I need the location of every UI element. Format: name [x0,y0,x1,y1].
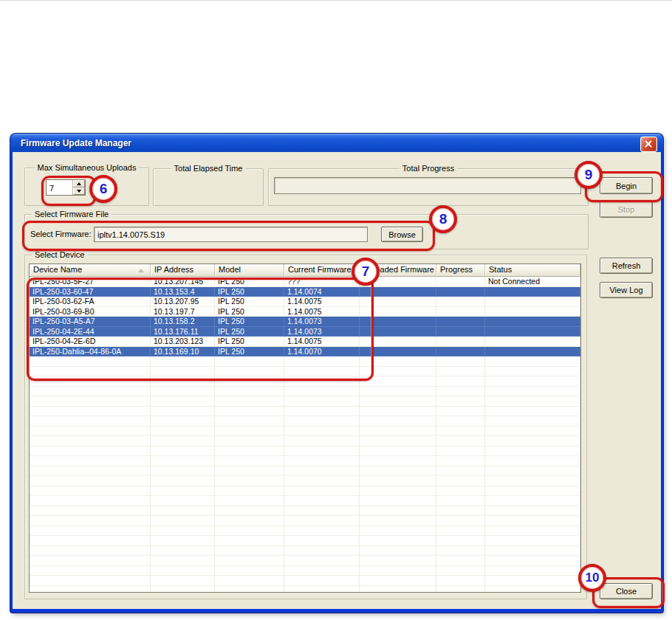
table-cell [284,516,360,526]
table-cell [30,496,151,506]
table-cell [436,307,485,317]
table-cell [485,586,580,593]
refresh-button[interactable]: Refresh [600,258,653,274]
table-row [30,407,580,417]
spinner-down-button[interactable] [73,187,85,195]
table-cell [485,287,580,297]
table-cell [485,356,580,367]
table-cell [151,436,215,447]
table-cell [360,317,436,327]
table-cell [215,486,284,497]
table-cell: IPL 250 [215,337,284,347]
title-bar[interactable]: Firmware Update Manager [10,134,663,153]
table-cell [284,546,360,557]
browse-button[interactable]: Browse [381,227,423,242]
device-table-header: Device NameIP AddressModelCurrent Firmwa… [30,264,580,277]
column-header[interactable]: Current Firmware [284,264,360,277]
table-cell [360,307,436,317]
table-cell [485,416,580,427]
select-firmware-group-label: Select Firmware File [32,210,112,218]
table-row [30,546,580,557]
table-cell [215,407,284,417]
table-cell [30,506,151,517]
table-cell [151,356,215,367]
callout-10: 10 [578,564,606,592]
table-row[interactable]: IPL-250-03-69-B010.13.197.7IPL 2501.14.0… [30,307,580,317]
table-cell [485,466,580,477]
table-cell [436,556,485,566]
window-title: Firmware Update Manager [10,138,131,148]
table-cell [215,396,284,407]
table-row[interactable]: IPL-250-04-2E-4410.13.176.11IPL 2501.14.… [30,327,580,337]
table-cell: IPL 250 [215,307,284,317]
table-row [30,576,580,586]
table-cell [151,376,215,387]
column-header[interactable]: Model [215,264,284,277]
table-cell [436,416,485,427]
stop-button: Stop [600,201,653,218]
table-cell [485,436,580,447]
table-cell [360,327,436,337]
table-cell [436,297,485,307]
table-row[interactable]: IPL-250-04-2E-6D10.13.203.123IPL 2501.14… [30,337,580,347]
table-cell [360,456,436,466]
table-cell [485,526,580,537]
column-header[interactable]: IP Address [151,264,215,277]
table-cell [360,586,436,593]
table-cell [360,347,436,357]
begin-button[interactable]: Begin [600,177,653,194]
table-row [30,536,580,546]
table-row [30,506,580,517]
close-dialog-button[interactable]: Close [600,583,653,599]
spinner-up-button[interactable] [73,180,85,187]
table-cell [436,536,485,546]
table-cell [151,546,215,557]
table-cell: 1.14.0073 [284,317,360,327]
table-cell: 10.13.169.10 [151,347,215,357]
column-header[interactable]: Status [485,264,580,277]
firmware-path-input[interactable] [94,227,368,242]
table-cell [284,416,360,427]
table-cell [360,447,436,457]
table-cell [284,407,360,417]
table-cell [360,407,436,417]
table-row[interactable]: IPL-250-03-A5-A710.13.158.2IPL 2501.14.0… [30,317,580,327]
table-row[interactable]: IPL-250-03-60-4710.13.153.4IPL 2501.14.0… [30,287,580,297]
table-cell [151,407,215,417]
table-cell [485,427,580,437]
table-cell [215,367,284,377]
view-log-button[interactable]: View Log [600,282,653,298]
table-row [30,476,580,486]
table-cell [284,556,360,566]
table-cell [215,356,284,367]
table-cell: 10.13.158.2 [151,317,215,327]
table-cell [151,486,215,497]
table-cell [151,496,215,506]
column-header[interactable]: Progress [436,264,485,277]
table-cell [360,566,436,576]
table-cell [30,526,151,537]
table-cell [284,356,360,367]
table-cell [284,526,360,537]
max-uploads-input[interactable] [47,180,72,195]
table-cell [284,486,360,497]
table-row[interactable]: IPL-250-03-62-FA10.13.207.95IPL 2501.14.… [30,297,580,307]
chevron-up-icon [77,182,81,185]
table-row[interactable]: IPL-250-Dahlia--04-86-0A10.13.169.10IPL … [30,347,580,357]
table-cell [284,586,360,593]
column-header[interactable]: Device Name [30,264,151,277]
table-cell [30,486,151,497]
close-button[interactable] [640,137,657,152]
table-row [30,486,580,497]
table-cell [30,476,151,486]
table-cell [215,427,284,437]
device-table: Device NameIP AddressModelCurrent Firmwa… [29,264,581,593]
table-cell [436,356,485,367]
table-cell [436,586,485,593]
table-cell [151,427,215,437]
table-cell [485,337,580,347]
table-row[interactable]: IPL-250-03-5F-2710.13.207.145IPL 250???N… [30,277,580,287]
table-cell [436,317,485,327]
table-cell [284,576,360,586]
table-row [30,466,580,477]
